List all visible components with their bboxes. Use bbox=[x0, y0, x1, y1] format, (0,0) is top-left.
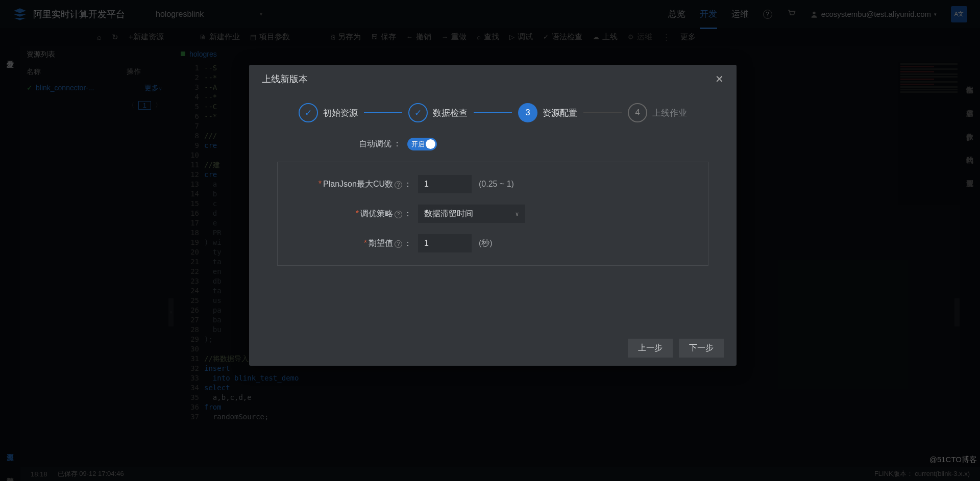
strategy-value: 数据滞留时间 bbox=[424, 209, 473, 219]
publish-modal: 上线新版本 ✕ 初始资源 数据检查 3 资源配置 4 上线作业 自动调优： 开启 bbox=[249, 65, 737, 366]
expect-label: *期望值?： bbox=[288, 238, 418, 249]
step-4-icon: 4 bbox=[628, 103, 647, 122]
step-line bbox=[364, 112, 402, 113]
auto-tune-row: 自动调优： 开启 bbox=[277, 138, 708, 150]
modal-title: 上线新版本 bbox=[262, 73, 308, 85]
help-icon[interactable]: ? bbox=[395, 181, 402, 189]
step-2-label: 数据检查 bbox=[433, 107, 468, 119]
prev-button[interactable]: 上一步 bbox=[628, 339, 673, 358]
modal-header: 上线新版本 ✕ bbox=[249, 65, 737, 93]
strategy-row: *调优策略?： 数据滞留时间 ∨ bbox=[288, 205, 698, 223]
expect-hint: (秒) bbox=[479, 238, 493, 249]
strategy-label: *调优策略?： bbox=[288, 209, 418, 219]
expect-input[interactable] bbox=[418, 234, 472, 252]
plan-json-hint: (0.25 ~ 1) bbox=[479, 180, 514, 189]
next-button[interactable]: 下一步 bbox=[679, 339, 724, 358]
plan-json-label: *PlanJson最大CU数?： bbox=[288, 179, 418, 190]
help-icon[interactable]: ? bbox=[395, 240, 402, 248]
help-icon[interactable]: ? bbox=[395, 211, 402, 218]
plan-json-row: *PlanJson最大CU数?： (0.25 ~ 1) bbox=[288, 175, 698, 193]
step-2-icon bbox=[408, 103, 428, 122]
strategy-select[interactable]: 数据滞留时间 ∨ bbox=[418, 205, 525, 223]
step-3: 3 资源配置 bbox=[518, 103, 577, 122]
step-2: 数据检查 bbox=[408, 103, 468, 122]
modal-footer: 上一步 下一步 bbox=[249, 330, 737, 366]
step-line bbox=[474, 112, 512, 113]
auto-tune-label: 自动调优： bbox=[277, 139, 407, 149]
step-1-label: 初始资源 bbox=[323, 107, 358, 119]
tune-form-box: *PlanJson最大CU数?： (0.25 ~ 1) *调优策略?： 数据滞留… bbox=[277, 162, 708, 266]
step-1: 初始资源 bbox=[299, 103, 358, 122]
step-line bbox=[583, 112, 622, 113]
auto-tune-toggle[interactable]: 开启 bbox=[407, 138, 437, 150]
step-4-label: 上线作业 bbox=[652, 107, 687, 119]
plan-json-input[interactable] bbox=[418, 175, 472, 193]
step-3-label: 资源配置 bbox=[543, 107, 577, 119]
modal-body: 自动调优： 开启 *PlanJson最大CU数?： (0.25 ~ 1) *调优… bbox=[249, 138, 737, 330]
step-4: 4 上线作业 bbox=[628, 103, 687, 122]
close-icon[interactable]: ✕ bbox=[715, 73, 724, 85]
watermark: @51CTO博客 bbox=[929, 455, 977, 465]
expect-row: *期望值?： (秒) bbox=[288, 234, 698, 252]
wizard-steps: 初始资源 数据检查 3 资源配置 4 上线作业 bbox=[249, 93, 737, 138]
step-1-icon bbox=[299, 103, 318, 122]
chevron-down-icon: ∨ bbox=[515, 211, 519, 217]
step-3-icon: 3 bbox=[518, 103, 537, 122]
